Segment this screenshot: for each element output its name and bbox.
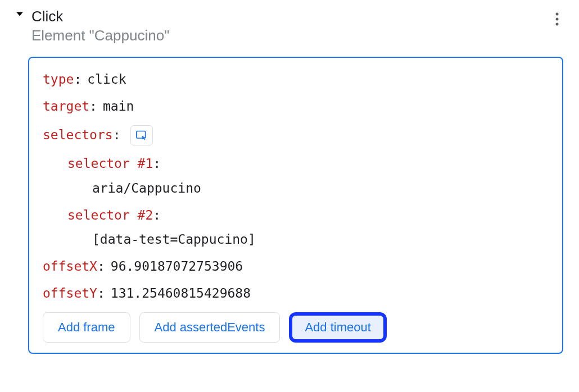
offsety-value[interactable]: 131.25460815429688 [111,285,251,302]
svg-point-1 [556,18,559,21]
offsetx-value[interactable]: 96.90187072753906 [111,258,243,275]
step-details-panel: type: click target: main selectors: sele… [28,57,563,354]
target-row: target: main [43,98,549,115]
selector-2-label-row: selector #2: [67,207,549,224]
offsetx-row: offsetX: 96.90187072753906 [43,258,549,275]
add-asserted-events-button[interactable]: Add assertedEvents [139,312,281,343]
expand-collapse-caret[interactable] [16,10,24,18]
step-container: Click Element "Cappucino" type: click ta… [6,6,573,354]
selector-2-group: selector #2: [data-test=Cappucino] [67,207,549,249]
more-options-button[interactable] [552,9,562,29]
action-button-row: Add frame Add assertedEvents Add timeout [43,312,549,343]
add-frame-button[interactable]: Add frame [43,312,130,343]
step-subtitle: Element "Cappucino" [31,26,169,45]
selectors-key: selectors [43,127,113,144]
selector-1-group: selector #1: aria/Cappucino [67,156,549,197]
caret-down-icon [16,10,24,18]
selector-1-label: selector #1 [67,156,153,171]
kebab-icon [555,12,559,26]
step-header-text: Click Element "Cappucino" [31,8,169,45]
selector-1-value[interactable]: aria/Cappucino [92,180,549,197]
selector-2-value[interactable]: [data-test=Cappucino] [92,231,549,248]
selectors-row: selectors: [43,125,549,145]
selector-1-label-row: selector #1: [67,156,549,172]
svg-point-2 [556,23,559,26]
select-element-button[interactable] [130,125,153,145]
svg-point-0 [556,13,559,16]
type-key: type [43,71,74,88]
step-title: Click [31,8,169,25]
type-value[interactable]: click [87,71,126,88]
element-picker-icon [136,130,147,140]
target-value[interactable]: main [103,98,134,115]
offsety-key: offsetY [43,285,97,302]
offsety-row: offsetY: 131.25460815429688 [43,285,549,302]
target-key: target [43,98,89,115]
add-timeout-button[interactable]: Add timeout [289,312,386,343]
selector-2-label: selector #2 [67,208,153,222]
type-row: type: click [43,71,549,88]
offsetx-key: offsetX [43,258,97,275]
step-header: Click Element "Cappucino" [6,6,573,50]
